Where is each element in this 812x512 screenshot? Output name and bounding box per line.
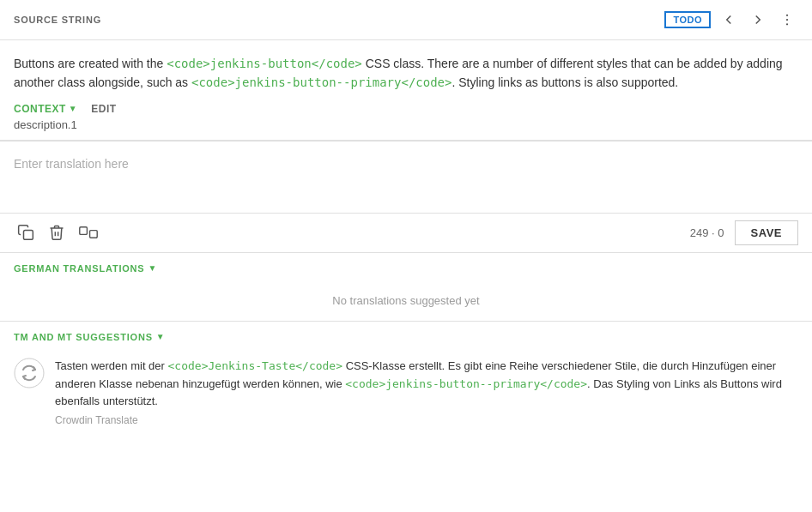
tm-suggestions-header[interactable]: TM AND MT SUGGESTIONS ▼	[0, 322, 812, 349]
suggestion-source: Crowdin Translate	[55, 414, 798, 426]
header-title: SOURCE STRING	[14, 15, 101, 25]
header-actions: TODO	[664, 9, 798, 31]
svg-rect-4	[80, 227, 88, 235]
translation-area	[0, 142, 812, 214]
edit-label[interactable]: EDIT	[91, 103, 116, 115]
source-code2: <code>jenkins-button--primary</code>	[191, 75, 451, 89]
toolbar-right: 249 · 0 SAVE	[690, 220, 798, 245]
svg-point-2	[786, 23, 788, 25]
context-section: CONTEXT ▼ EDIT description.1	[0, 99, 812, 141]
german-translations-label: GERMAN TRANSLATIONS	[14, 263, 145, 274]
char-count: 249 · 0	[690, 226, 724, 239]
context-value: description.1	[14, 118, 798, 136]
source-prefix: Buttons are created with the	[14, 57, 167, 70]
translation-input[interactable]	[14, 142, 798, 210]
more-button[interactable]	[776, 9, 798, 31]
svg-point-6	[15, 358, 44, 388]
context-chevron-icon: ▼	[69, 104, 77, 113]
plural-icon	[79, 224, 98, 241]
toolbar-left	[14, 220, 101, 244]
suggestion-text: Tasten werden mit der <code>Jenkins-Tast…	[55, 358, 798, 411]
suggestion-code2: <code>jenkins-button--primary</code>	[345, 377, 587, 390]
todo-badge: TODO	[664, 11, 711, 28]
context-toggle[interactable]: CONTEXT ▼	[14, 103, 77, 115]
delete-button[interactable]	[45, 220, 69, 244]
tm-suggestions-label: TM AND MT SUGGESTIONS	[14, 332, 153, 342]
copy-icon	[17, 224, 34, 241]
plural-button[interactable]	[76, 220, 101, 244]
source-code1: <code>jenkins-button</code>	[167, 57, 362, 70]
tm-suggestions-chevron-icon: ▼	[156, 332, 165, 341]
suggestion-item: Tasten werden mit der <code>Jenkins-Tast…	[0, 349, 812, 440]
no-translations-message: No translations suggested yet	[0, 280, 812, 322]
source-suffix: . Styling links as buttons is also suppo…	[451, 75, 678, 89]
save-button[interactable]: SAVE	[735, 220, 798, 245]
toolbar: 249 · 0 SAVE	[0, 214, 812, 253]
svg-rect-5	[90, 231, 98, 238]
suggestion-content: Tasten werden mit der <code>Jenkins-Tast…	[55, 358, 798, 426]
avatar	[14, 358, 45, 389]
german-translations-chevron-icon: ▼	[148, 263, 157, 273]
suggestion-code1: <code>Jenkins-Taste</code>	[168, 359, 343, 372]
source-text-area: Buttons are created with the <code>jenki…	[0, 40, 812, 99]
trash-icon	[48, 224, 65, 241]
svg-point-0	[786, 15, 788, 16]
more-icon	[779, 12, 795, 27]
header-bar: SOURCE STRING TODO	[0, 0, 812, 40]
prev-icon	[721, 12, 736, 27]
german-translations-header[interactable]: GERMAN TRANSLATIONS ▼	[0, 253, 812, 280]
context-edit-row: CONTEXT ▼ EDIT	[14, 103, 798, 115]
prev-button[interactable]	[718, 9, 740, 31]
svg-point-1	[786, 19, 788, 21]
crowdin-avatar-icon	[14, 358, 45, 389]
next-button[interactable]	[747, 9, 769, 31]
next-icon	[750, 12, 766, 27]
svg-rect-3	[24, 231, 33, 240]
context-label-text: CONTEXT	[14, 103, 66, 115]
copy-original-button[interactable]	[14, 220, 38, 244]
suggestion-text-part1: Tasten werden mit der	[55, 359, 168, 372]
